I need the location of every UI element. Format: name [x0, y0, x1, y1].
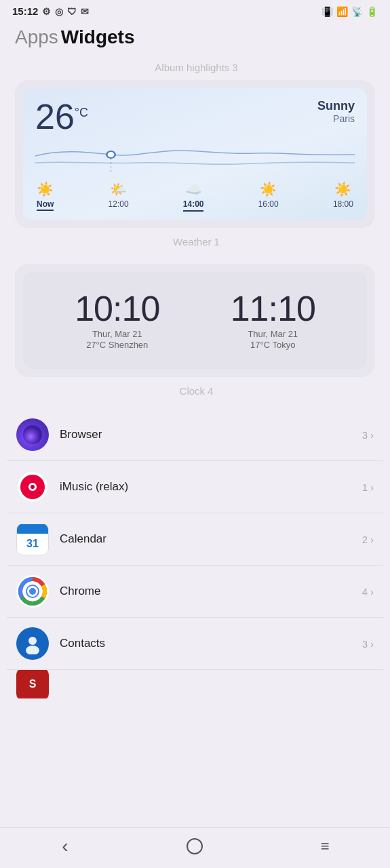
signal-icon: 📡 [351, 6, 363, 17]
clock-time-tokyo: 11:10 [231, 291, 315, 326]
back-button[interactable]: ‹ [48, 833, 82, 860]
widgets-label: Widgets [61, 26, 135, 47]
weather-section-label: Weather1 [0, 236, 390, 248]
clock-weather-shenzhen: 27°C Shenzhen [86, 340, 148, 350]
vibrate-icon: 📳 [321, 6, 333, 17]
imusic-icon [16, 471, 49, 503]
menu-button[interactable]: ≡ [308, 833, 342, 860]
app-item-partial[interactable]: S [7, 670, 383, 698]
chrome-count: 4 [362, 586, 368, 597]
clock-weather-tokyo: 17°C Tokyo [250, 340, 295, 350]
imusic-chevron: › [370, 481, 374, 493]
menu-icon: ≡ [321, 837, 330, 855]
imusic-count: 1 [362, 481, 368, 493]
contacts-icon [16, 627, 49, 660]
calendar-name: Calendar [60, 532, 362, 546]
time-slot-now: ☀️ Now [37, 181, 54, 212]
svg-point-0 [106, 151, 115, 158]
time-slot-1200: 🌤️ 12:00 [109, 181, 129, 212]
contacts-count: 3 [362, 638, 368, 650]
browser-chevron: › [370, 429, 374, 441]
svg-point-2 [23, 425, 42, 444]
chrome-chevron: › [370, 586, 374, 597]
imusic-name: iMusic (relax) [60, 480, 362, 494]
back-icon: ‹ [62, 835, 68, 857]
battery-icon: 🔋 [366, 6, 378, 17]
email-icon: ✉ [81, 6, 89, 17]
clock-widget: 10:10 Thur, Mar 21 27°C Shenzhen 11:10 T… [23, 272, 367, 369]
app-item-contacts[interactable]: Contacts 3 › [7, 618, 383, 670]
clock-section-label: Clock4 [0, 385, 390, 397]
browser-count: 3 [362, 429, 368, 441]
status-bar: 15:12 ⚙ ◎ 🛡 ✉ 📳 📶 📡 🔋 [0, 0, 390, 20]
clock-city-tokyo: 11:10 Thur, Mar 21 17°C Tokyo [231, 291, 315, 350]
weather-widget: 26°C Sunny Paris ☀️ Now [23, 88, 367, 220]
partial-app-icon: S [16, 670, 49, 698]
weather-widget-container[interactable]: 26°C Sunny Paris ☀️ Now [15, 80, 375, 228]
clock-date-tokyo: Thur, Mar 21 [248, 329, 298, 339]
chrome-icon [16, 575, 49, 608]
apps-label: Apps [15, 26, 58, 47]
app-item-imusic[interactable]: iMusic (relax) 1 › [7, 461, 383, 513]
chrome-name: Chrome [60, 585, 362, 598]
clock-widget-container[interactable]: 10:10 Thur, Mar 21 27°C Shenzhen 11:10 T… [15, 264, 375, 377]
weather-temperature: 26°C [35, 99, 88, 134]
calendar-count: 2 [362, 534, 368, 545]
app-item-browser[interactable]: Browser 3 › [7, 409, 383, 461]
browser-name: Browser [60, 428, 362, 441]
clock-city-shenzhen: 10:10 Thur, Mar 21 27°C Shenzhen [75, 291, 159, 350]
home-icon [187, 838, 203, 854]
vpn-icon: ◎ [55, 6, 63, 17]
app-item-calendar[interactable]: 31 Calendar 2 › [7, 513, 383, 566]
time-slot-1800: ☀️ 18:00 [333, 181, 353, 212]
bottom-nav: ‹ ≡ [0, 827, 390, 868]
shield-icon: 🛡 [67, 6, 77, 17]
home-button[interactable] [178, 833, 212, 860]
contacts-name: Contacts [60, 637, 362, 650]
page-header: AppsWidgets [0, 20, 390, 58]
app-list: Browser 3 › iMusic (relax) 1 › 31 Calend… [0, 409, 390, 827]
calendar-icon: 31 [16, 523, 49, 555]
wifi-icon: 📶 [336, 6, 348, 17]
status-time: 15:12 [12, 5, 38, 17]
browser-icon [16, 418, 49, 451]
weather-condition: Sunny Paris [317, 99, 355, 124]
settings-icon: ⚙ [42, 6, 51, 17]
contacts-chevron: › [370, 638, 374, 650]
time-slot-1600: ☀️ 16:00 [258, 181, 279, 212]
clock-time-shenzhen: 10:10 [75, 291, 159, 326]
weather-wave-chart [35, 137, 355, 174]
clock-date-shenzhen: Thur, Mar 21 [92, 329, 142, 339]
calendar-chevron: › [370, 534, 374, 545]
time-slot-1400: ☁️ 14:00 [183, 181, 204, 212]
app-item-chrome[interactable]: Chrome 4 › [7, 566, 383, 618]
svg-point-7 [29, 588, 36, 595]
weather-time-slots: ☀️ Now 🌤️ 12:00 ☁️ 14:00 ☀️ 16:00 ☀️ 18:… [35, 181, 355, 212]
album-highlights-label: Album highlights3 [0, 62, 390, 73]
svg-point-9 [28, 637, 37, 645]
